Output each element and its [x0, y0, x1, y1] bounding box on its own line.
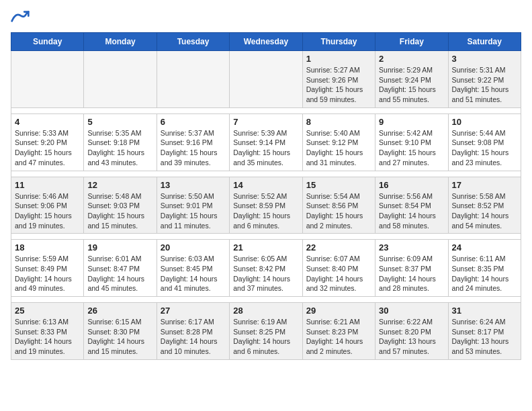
day-number: 1	[306, 54, 371, 64]
day-number: 3	[452, 54, 517, 64]
week-row-5: 25Sunrise: 6:13 AMSunset: 8:33 PMDayligh…	[11, 303, 521, 360]
day-number: 14	[233, 180, 298, 190]
weekday-header-wednesday: Wednesday	[230, 33, 302, 51]
day-cell: 31Sunrise: 6:24 AMSunset: 8:17 PMDayligh…	[448, 303, 521, 360]
day-cell: 26Sunrise: 6:15 AMSunset: 8:30 PMDayligh…	[84, 303, 157, 360]
day-number: 23	[379, 242, 444, 253]
day-number: 17	[452, 180, 517, 190]
day-info: Sunrise: 6:22 AMSunset: 8:20 PMDaylight:…	[379, 317, 444, 357]
day-info: Sunrise: 6:09 AMSunset: 8:37 PMDaylight:…	[379, 254, 444, 293]
day-info: Sunrise: 5:31 AMSunset: 9:22 PMDaylight:…	[452, 65, 517, 105]
day-cell	[230, 51, 302, 108]
day-cell: 10Sunrise: 5:44 AMSunset: 9:08 PMDayligh…	[448, 113, 521, 171]
day-number: 2	[379, 54, 444, 64]
weekday-header-row: SundayMondayTuesdayWednesdayThursdayFrid…	[11, 33, 521, 51]
day-cell: 2Sunrise: 5:29 AMSunset: 9:24 PMDaylight…	[375, 51, 448, 108]
calendar-table: SundayMondayTuesdayWednesdayThursdayFrid…	[11, 32, 521, 360]
week-row-2: 4Sunrise: 5:33 AMSunset: 9:20 PMDaylight…	[11, 113, 521, 171]
weekday-header-thursday: Thursday	[302, 33, 375, 51]
day-cell: 6Sunrise: 5:37 AMSunset: 9:16 PMDaylight…	[157, 113, 229, 171]
weekday-header-sunday: Sunday	[11, 33, 84, 51]
day-cell: 14Sunrise: 5:52 AMSunset: 8:59 PMDayligh…	[230, 177, 302, 234]
day-cell: 3Sunrise: 5:31 AMSunset: 9:22 PMDaylight…	[448, 51, 521, 108]
day-cell: 24Sunrise: 6:11 AMSunset: 8:35 PMDayligh…	[448, 240, 521, 297]
day-info: Sunrise: 5:54 AMSunset: 8:56 PMDaylight:…	[306, 191, 371, 231]
day-number: 9	[379, 117, 444, 127]
day-cell: 16Sunrise: 5:56 AMSunset: 8:54 PMDayligh…	[375, 177, 448, 234]
weekday-header-monday: Monday	[84, 33, 157, 51]
day-cell: 25Sunrise: 6:13 AMSunset: 8:33 PMDayligh…	[11, 303, 84, 360]
day-cell: 23Sunrise: 6:09 AMSunset: 8:37 PMDayligh…	[375, 240, 448, 297]
day-number: 15	[306, 180, 371, 190]
day-info: Sunrise: 5:56 AMSunset: 8:54 PMDaylight:…	[379, 191, 444, 231]
separator-row	[11, 171, 521, 177]
day-number: 25	[15, 306, 80, 316]
day-info: Sunrise: 6:19 AMSunset: 8:25 PMDaylight:…	[233, 317, 298, 357]
day-cell: 9Sunrise: 5:42 AMSunset: 9:10 PMDaylight…	[375, 113, 448, 171]
day-number: 31	[452, 306, 517, 316]
day-cell: 17Sunrise: 5:58 AMSunset: 8:52 PMDayligh…	[448, 177, 521, 234]
week-row-1: 1Sunrise: 5:27 AMSunset: 9:26 PMDaylight…	[11, 51, 521, 108]
day-info: Sunrise: 6:24 AMSunset: 8:17 PMDaylight:…	[452, 317, 517, 357]
day-info: Sunrise: 5:33 AMSunset: 9:20 PMDaylight:…	[15, 128, 80, 168]
page-header	[11, 11, 521, 24]
day-cell: 12Sunrise: 5:48 AMSunset: 9:03 PMDayligh…	[84, 177, 157, 234]
day-info: Sunrise: 5:37 AMSunset: 9:16 PMDaylight:…	[161, 128, 226, 168]
day-number: 10	[452, 117, 517, 127]
day-info: Sunrise: 5:46 AMSunset: 9:06 PMDaylight:…	[15, 191, 80, 231]
day-number: 4	[15, 117, 80, 127]
day-number: 26	[87, 306, 152, 316]
day-info: Sunrise: 5:35 AMSunset: 9:18 PMDaylight:…	[87, 128, 152, 168]
day-number: 13	[161, 180, 226, 190]
weekday-header-saturday: Saturday	[448, 33, 521, 51]
day-number: 21	[233, 242, 298, 253]
day-info: Sunrise: 5:42 AMSunset: 9:10 PMDaylight:…	[379, 128, 444, 168]
day-info: Sunrise: 6:01 AMSunset: 8:47 PMDaylight:…	[87, 254, 152, 293]
day-cell	[157, 51, 229, 108]
day-info: Sunrise: 5:29 AMSunset: 9:24 PMDaylight:…	[379, 65, 444, 105]
day-number: 18	[15, 242, 80, 253]
day-number: 29	[306, 306, 371, 316]
day-cell	[11, 51, 84, 108]
day-cell: 27Sunrise: 6:17 AMSunset: 8:28 PMDayligh…	[157, 303, 229, 360]
separator-row	[11, 234, 521, 240]
day-info: Sunrise: 5:50 AMSunset: 9:01 PMDaylight:…	[161, 191, 226, 231]
day-number: 28	[233, 306, 298, 316]
day-info: Sunrise: 6:03 AMSunset: 8:45 PMDaylight:…	[161, 254, 226, 293]
day-cell: 20Sunrise: 6:03 AMSunset: 8:45 PMDayligh…	[157, 240, 229, 297]
day-info: Sunrise: 5:39 AMSunset: 9:14 PMDaylight:…	[233, 128, 298, 168]
day-info: Sunrise: 5:48 AMSunset: 9:03 PMDaylight:…	[87, 191, 152, 231]
day-info: Sunrise: 5:52 AMSunset: 8:59 PMDaylight:…	[233, 191, 298, 231]
day-number: 5	[87, 117, 152, 127]
day-cell: 4Sunrise: 5:33 AMSunset: 9:20 PMDaylight…	[11, 113, 84, 171]
day-number: 19	[87, 242, 152, 253]
day-info: Sunrise: 6:07 AMSunset: 8:40 PMDaylight:…	[306, 254, 371, 293]
logo	[11, 11, 32, 24]
day-cell: 30Sunrise: 6:22 AMSunset: 8:20 PMDayligh…	[375, 303, 448, 360]
day-info: Sunrise: 6:15 AMSunset: 8:30 PMDaylight:…	[87, 317, 152, 357]
separator-row	[11, 107, 521, 113]
day-info: Sunrise: 5:40 AMSunset: 9:12 PMDaylight:…	[306, 128, 371, 168]
day-info: Sunrise: 6:11 AMSunset: 8:35 PMDaylight:…	[452, 254, 517, 293]
day-cell: 5Sunrise: 5:35 AMSunset: 9:18 PMDaylight…	[84, 113, 157, 171]
day-info: Sunrise: 6:21 AMSunset: 8:23 PMDaylight:…	[306, 317, 371, 357]
day-cell	[84, 51, 157, 108]
day-number: 27	[161, 306, 226, 316]
day-info: Sunrise: 6:17 AMSunset: 8:28 PMDaylight:…	[161, 317, 226, 357]
day-number: 11	[15, 180, 80, 190]
day-cell: 8Sunrise: 5:40 AMSunset: 9:12 PMDaylight…	[302, 113, 375, 171]
day-info: Sunrise: 5:59 AMSunset: 8:49 PMDaylight:…	[15, 254, 80, 293]
day-number: 22	[306, 242, 371, 253]
day-number: 20	[161, 242, 226, 253]
day-cell: 21Sunrise: 6:05 AMSunset: 8:42 PMDayligh…	[230, 240, 302, 297]
day-cell: 22Sunrise: 6:07 AMSunset: 8:40 PMDayligh…	[302, 240, 375, 297]
day-cell: 15Sunrise: 5:54 AMSunset: 8:56 PMDayligh…	[302, 177, 375, 234]
day-info: Sunrise: 6:05 AMSunset: 8:42 PMDaylight:…	[233, 254, 298, 293]
day-number: 7	[233, 117, 298, 127]
day-cell: 13Sunrise: 5:50 AMSunset: 9:01 PMDayligh…	[157, 177, 229, 234]
day-cell: 18Sunrise: 5:59 AMSunset: 8:49 PMDayligh…	[11, 240, 84, 297]
weekday-header-friday: Friday	[375, 33, 448, 51]
day-number: 16	[379, 180, 444, 190]
logo-icon	[11, 11, 30, 24]
day-cell: 29Sunrise: 6:21 AMSunset: 8:23 PMDayligh…	[302, 303, 375, 360]
